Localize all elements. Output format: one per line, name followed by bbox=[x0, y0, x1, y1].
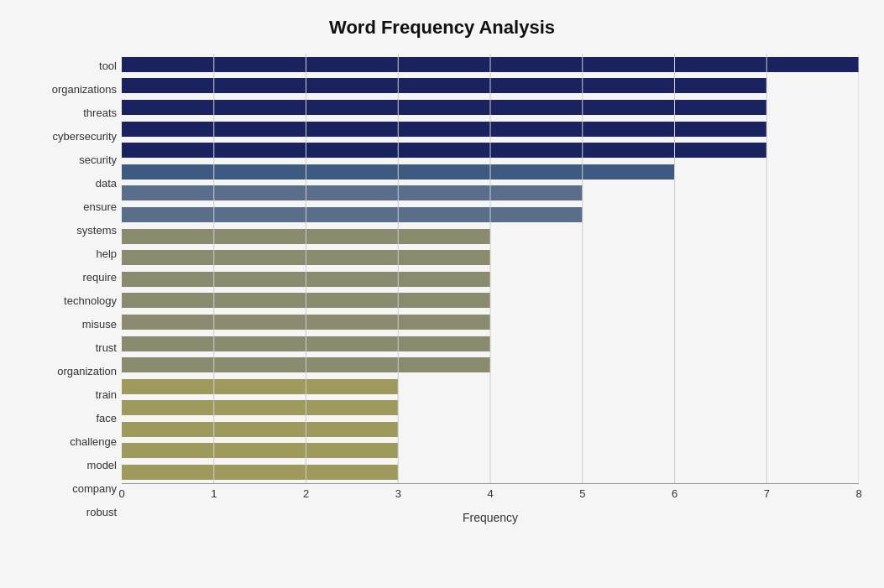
chart-container: Word Frequency Analysis toolorganization… bbox=[0, 0, 884, 588]
bar-row-help bbox=[122, 226, 859, 247]
y-label-trust: trust bbox=[25, 338, 117, 358]
bar-systems bbox=[122, 207, 583, 222]
x-axis-line bbox=[122, 483, 859, 484]
bar-require bbox=[122, 250, 490, 265]
bar-face bbox=[122, 379, 398, 394]
y-label-organizations: organizations bbox=[25, 79, 117, 99]
bar-row-company bbox=[122, 440, 859, 461]
y-label-security: security bbox=[25, 149, 117, 169]
bar-robust bbox=[122, 465, 398, 480]
bar-row-organizations bbox=[122, 75, 859, 96]
y-label-robust: robust bbox=[25, 502, 117, 523]
bar-security bbox=[122, 143, 766, 158]
x-label-2: 2 bbox=[303, 487, 309, 500]
bar-data bbox=[122, 164, 675, 180]
chart-area: toolorganizationsthreatscybersecuritysec… bbox=[25, 54, 859, 524]
x-label-8: 8 bbox=[855, 487, 861, 500]
bar-technology bbox=[122, 272, 490, 287]
bar-ensure bbox=[122, 185, 583, 200]
bar-organizations bbox=[122, 78, 766, 93]
bar-row-trust bbox=[122, 312, 859, 332]
bar-row-data bbox=[122, 162, 859, 182]
y-label-model: model bbox=[25, 455, 117, 476]
x-label-4: 4 bbox=[487, 487, 493, 500]
y-label-tool: tool bbox=[25, 55, 117, 75]
bar-help bbox=[122, 229, 490, 244]
bar-row-face bbox=[122, 377, 859, 397]
bar-row-systems bbox=[122, 205, 859, 225]
bar-row-robust bbox=[122, 462, 859, 482]
bar-row-require bbox=[122, 247, 859, 268]
bar-row-cybersecurity bbox=[122, 119, 859, 139]
y-label-cybersecurity: cybersecurity bbox=[25, 126, 117, 146]
y-label-ensure: ensure bbox=[25, 196, 117, 216]
bar-company bbox=[122, 443, 398, 458]
bar-row-train bbox=[122, 355, 859, 375]
y-label-organization: organization bbox=[25, 362, 117, 382]
x-label-3: 3 bbox=[395, 487, 401, 500]
x-label-6: 6 bbox=[672, 487, 677, 500]
bar-row-organization bbox=[122, 334, 859, 354]
bar-row-security bbox=[122, 140, 859, 160]
bar-trust bbox=[122, 315, 490, 330]
y-label-require: require bbox=[25, 267, 117, 287]
y-label-data: data bbox=[25, 173, 117, 193]
bar-row-ensure bbox=[122, 183, 859, 203]
chart-title: Word Frequency Analysis bbox=[25, 17, 859, 39]
bar-misuse bbox=[122, 293, 490, 308]
y-label-technology: technology bbox=[25, 290, 117, 310]
x-label-5: 5 bbox=[579, 487, 585, 500]
x-axis-title: Frequency bbox=[122, 511, 859, 524]
bar-threats bbox=[122, 100, 766, 115]
y-label-challenge: challenge bbox=[25, 432, 117, 452]
y-label-train: train bbox=[25, 385, 117, 405]
y-label-help: help bbox=[25, 243, 117, 263]
x-label-0: 0 bbox=[118, 487, 124, 500]
y-label-company: company bbox=[25, 479, 117, 499]
y-axis-labels: toolorganizationsthreatscybersecuritysec… bbox=[25, 54, 122, 524]
y-label-misuse: misuse bbox=[25, 315, 117, 335]
bar-tool bbox=[122, 57, 859, 72]
y-label-face: face bbox=[25, 408, 117, 429]
x-label-1: 1 bbox=[211, 487, 217, 500]
x-labels-row: 012345678 bbox=[122, 487, 859, 504]
bar-row-threats bbox=[122, 97, 859, 117]
bar-row-technology bbox=[122, 269, 859, 289]
bar-row-model bbox=[122, 419, 859, 440]
bar-model bbox=[122, 422, 398, 437]
bar-challenge bbox=[122, 400, 398, 415]
bar-organization bbox=[122, 336, 490, 351]
bar-cybersecurity bbox=[122, 122, 766, 137]
y-label-systems: systems bbox=[25, 220, 117, 240]
y-label-threats: threats bbox=[25, 102, 117, 122]
x-label-7: 7 bbox=[764, 487, 770, 500]
bar-row-misuse bbox=[122, 290, 859, 310]
bars-section: 012345678 Frequency bbox=[122, 54, 859, 524]
bar-row-tool bbox=[122, 55, 859, 75]
bars-wrapper bbox=[122, 54, 859, 483]
bar-row-challenge bbox=[122, 398, 859, 418]
bar-train bbox=[122, 357, 490, 372]
